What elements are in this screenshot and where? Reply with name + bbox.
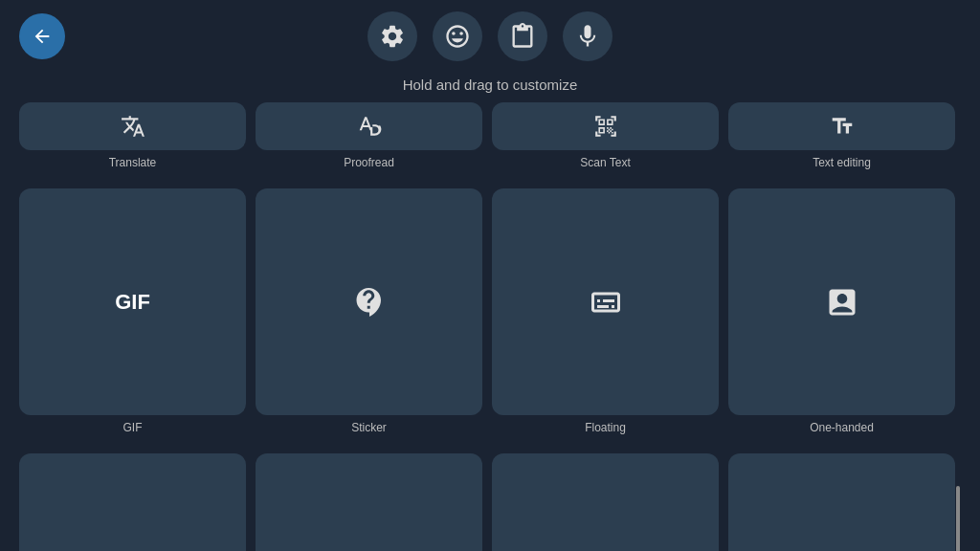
share-gboard-tile[interactable]: [492, 453, 719, 551]
theme-tile[interactable]: [256, 453, 482, 551]
gif-icon: GIF: [115, 290, 150, 315]
grid-item-sticker: Sticker: [256, 188, 482, 434]
subtitle: Hold and drag to customize: [0, 73, 980, 102]
proofread-tile[interactable]: [256, 102, 482, 150]
header-icons: [368, 11, 612, 61]
grid-item-one-handed: One-handed: [728, 188, 955, 434]
emoji-button[interactable]: [433, 11, 482, 61]
row-1: GIF GIF Sticker Floating: [19, 188, 955, 444]
partial-row: Translate Proofread Scan Text: [19, 102, 955, 179]
scrollbar-thumb[interactable]: [956, 486, 960, 552]
translate-label: Translate: [109, 156, 157, 169]
translate-tile[interactable]: [19, 102, 246, 150]
one-handed-label: One-handed: [810, 421, 874, 434]
proofread-label: Proofread: [344, 156, 394, 169]
grid-item-proofread: Proofread: [256, 102, 482, 169]
feedback-tile[interactable]: [728, 453, 955, 551]
content-area: Translate Proofread Scan Text: [0, 102, 980, 551]
grid-item-scan-text: Scan Text: [492, 102, 719, 169]
mic-button[interactable]: [563, 11, 612, 61]
scrollbar-track: [955, 102, 961, 551]
grid-item-share-gboard: Share Gboard: [492, 453, 719, 551]
scan-text-tile[interactable]: [492, 102, 719, 150]
gif-tile[interactable]: GIF: [19, 188, 246, 415]
one-handed-tile[interactable]: [728, 188, 955, 415]
row-2: Resize Theme Share Gboard: [19, 453, 955, 551]
floating-label: Floating: [585, 421, 626, 434]
sticker-label: Sticker: [351, 421, 387, 434]
grid-item-translate: Translate: [19, 102, 246, 169]
header: [0, 0, 980, 73]
gif-label: GIF: [123, 421, 143, 434]
text-editing-tile[interactable]: [728, 102, 955, 150]
grid-item-theme: Theme: [256, 453, 482, 551]
grid-item-resize: Resize: [19, 453, 246, 551]
settings-button[interactable]: [368, 11, 417, 61]
resize-tile[interactable]: [19, 453, 246, 551]
grid-scroll[interactable]: Translate Proofread Scan Text: [19, 102, 955, 551]
grid-item-floating: Floating: [492, 188, 719, 434]
clipboard-button[interactable]: [498, 11, 547, 61]
floating-tile[interactable]: [492, 188, 719, 415]
grid-item-text-editing: Text editing: [728, 102, 955, 169]
grid-item-feedback: Feedback: [728, 453, 955, 551]
grid-item-gif: GIF GIF: [19, 188, 246, 434]
text-editing-label: Text editing: [813, 156, 871, 169]
back-button[interactable]: [19, 13, 65, 59]
sticker-tile[interactable]: [256, 188, 482, 415]
scan-text-label: Scan Text: [580, 156, 630, 169]
